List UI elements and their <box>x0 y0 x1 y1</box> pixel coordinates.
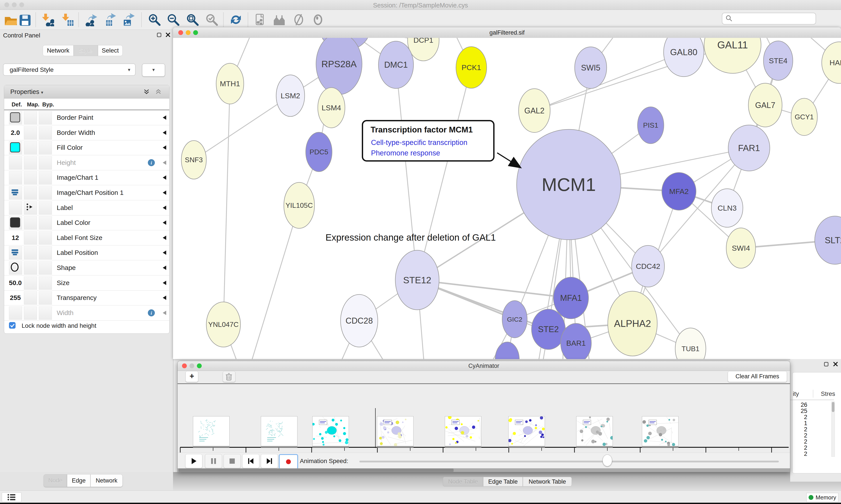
expand-left-icon[interactable] <box>162 235 167 240</box>
frame-thumbnail-0[interactable] <box>193 416 230 446</box>
save-session-icon[interactable] <box>18 13 31 26</box>
node-GAL80[interactable]: GAL80 <box>664 38 704 77</box>
play-button[interactable] <box>185 454 202 468</box>
zoom-out-icon[interactable] <box>167 13 180 26</box>
annotation-link-2[interactable]: Pheromone response <box>371 149 440 157</box>
property-cell[interactable] <box>9 201 22 215</box>
export-image-icon[interactable] <box>122 13 135 26</box>
node-STE12[interactable]: STE12 <box>395 250 439 310</box>
next-button[interactable] <box>261 454 278 468</box>
search-network-icon[interactable] <box>273 13 286 26</box>
property-cell[interactable] <box>39 186 52 199</box>
slider-thumb[interactable] <box>603 454 612 466</box>
property-row-label-font-size[interactable]: 12Label Font Size <box>4 230 169 246</box>
record-button[interactable] <box>279 454 298 469</box>
property-cell[interactable] <box>39 262 52 274</box>
frame-thumbnail-7[interactable] <box>642 416 679 446</box>
property-cell[interactable] <box>39 111 52 124</box>
node-CLN3[interactable]: CLN3 <box>711 189 743 227</box>
show-details-icon[interactable] <box>311 13 325 26</box>
table-tab-edge-table[interactable]: Edge Table <box>483 477 523 486</box>
pause-button[interactable] <box>205 454 222 468</box>
export-document-icon[interactable] <box>253 13 267 26</box>
property-row-border-width[interactable]: 2.0Border Width <box>4 125 169 140</box>
network-window-titlebar[interactable]: galFiltered.sif <box>173 28 841 38</box>
node-RPS28A[interactable]: RPS28A <box>316 38 362 94</box>
node-ALPHA2[interactable]: ALPHA2 <box>608 291 657 356</box>
node-SWI4[interactable]: SWI4 <box>726 228 756 268</box>
property-cell[interactable] <box>39 307 52 320</box>
default-value[interactable]: 12 <box>9 231 22 244</box>
expand-left-icon[interactable] <box>162 280 167 286</box>
search-input[interactable] <box>722 13 816 24</box>
node-YNL047C[interactable]: YNL047C <box>206 302 240 347</box>
property-cell[interactable] <box>24 276 37 290</box>
expand-left-icon[interactable] <box>162 265 167 270</box>
property-row-image-chart-position-1[interactable]: Image/Chart Position 1 <box>4 185 169 200</box>
timeline[interactable]: Seconds 0123456789 <box>178 384 790 453</box>
horizontal-scrollbar[interactable] <box>178 468 790 472</box>
style-options-button[interactable]: ▾ <box>142 64 165 77</box>
node-PDC5[interactable]: PDC5 <box>306 132 332 172</box>
info-icon[interactable]: i <box>147 159 155 167</box>
zoom-in-icon[interactable] <box>148 13 161 26</box>
refresh-icon[interactable] <box>229 13 243 26</box>
default-value[interactable]: 2.0 <box>9 126 22 139</box>
property-row-transparency[interactable]: 255Transparency <box>4 290 169 305</box>
default-value[interactable]: 50.0 <box>9 276 22 289</box>
tab-select[interactable]: Select <box>98 45 123 56</box>
edge[interactable] <box>252 205 299 359</box>
property-cell[interactable] <box>9 262 22 274</box>
property-cell[interactable] <box>39 216 52 230</box>
property-row-height[interactable]: Heighti <box>4 155 169 170</box>
node-MFA2[interactable]: MFA2 <box>662 173 696 210</box>
property-row-width[interactable]: Widthi <box>4 305 169 321</box>
property-cell[interactable] <box>24 262 37 274</box>
node-STE2[interactable]: STE2 <box>532 309 565 349</box>
property-cell[interactable] <box>9 156 22 169</box>
expand-left-icon[interactable] <box>162 220 167 225</box>
frame-thumbnail-1[interactable] <box>261 416 298 446</box>
node-FAR1[interactable]: FAR1 <box>728 125 770 171</box>
open-session-icon[interactable] <box>4 13 17 26</box>
node-HAP2[interactable]: HAP2 <box>822 42 841 84</box>
tab-network[interactable]: Network <box>43 45 74 56</box>
expand-left-icon[interactable] <box>162 115 167 120</box>
expand-left-icon[interactable] <box>162 130 167 135</box>
property-cell[interactable] <box>9 246 22 259</box>
property-cell[interactable] <box>9 141 22 154</box>
node-GAL2[interactable]: GAL2 <box>519 89 550 132</box>
properties-header[interactable]: Properties ▾ <box>4 85 169 98</box>
expand-left-icon[interactable] <box>162 175 167 180</box>
scrollbar-thumb[interactable] <box>832 402 835 412</box>
property-cell[interactable] <box>9 307 22 320</box>
annotation-box[interactable]: Transcription factor MCM1 Cell-type-spec… <box>362 120 495 162</box>
edge[interactable] <box>417 68 471 280</box>
property-cell[interactable] <box>24 201 37 215</box>
edge[interactable] <box>396 65 417 280</box>
property-cell[interactable] <box>39 291 52 305</box>
property-cell[interactable] <box>24 111 37 124</box>
node-LSM4[interactable]: LSM4 <box>318 88 345 128</box>
property-row-border-paint[interactable]: Border Paint <box>4 110 169 125</box>
clear-all-frames-button[interactable]: Clear All Frames <box>728 371 787 382</box>
node-GAL7[interactable]: GAL7 <box>748 83 782 127</box>
show-panels-button[interactable] <box>2 492 21 502</box>
node-CDC28[interactable]: CDC28 <box>341 294 378 347</box>
table-tab-node-table[interactable]: Node Table <box>443 477 483 486</box>
property-cell[interactable] <box>24 156 37 169</box>
property-row-fill-color[interactable]: Fill Color <box>4 140 169 155</box>
edge[interactable] <box>534 52 684 111</box>
property-cell[interactable] <box>9 186 22 199</box>
annotation-link-1[interactable]: Cell-type-specific transcription <box>371 138 467 147</box>
property-cell[interactable] <box>39 201 52 215</box>
edge[interactable] <box>223 84 230 324</box>
node-SLT2[interactable]: SLT2 <box>815 216 841 264</box>
default-value[interactable]: 255 <box>9 291 22 304</box>
expand-left-icon[interactable] <box>162 310 167 316</box>
property-row-size[interactable]: 50.0Size <box>4 275 169 290</box>
collapse-all-icon[interactable] <box>155 88 162 96</box>
info-icon[interactable]: i <box>147 309 155 317</box>
property-row-shape[interactable]: Shape <box>4 260 169 275</box>
property-cell[interactable] <box>39 246 52 259</box>
